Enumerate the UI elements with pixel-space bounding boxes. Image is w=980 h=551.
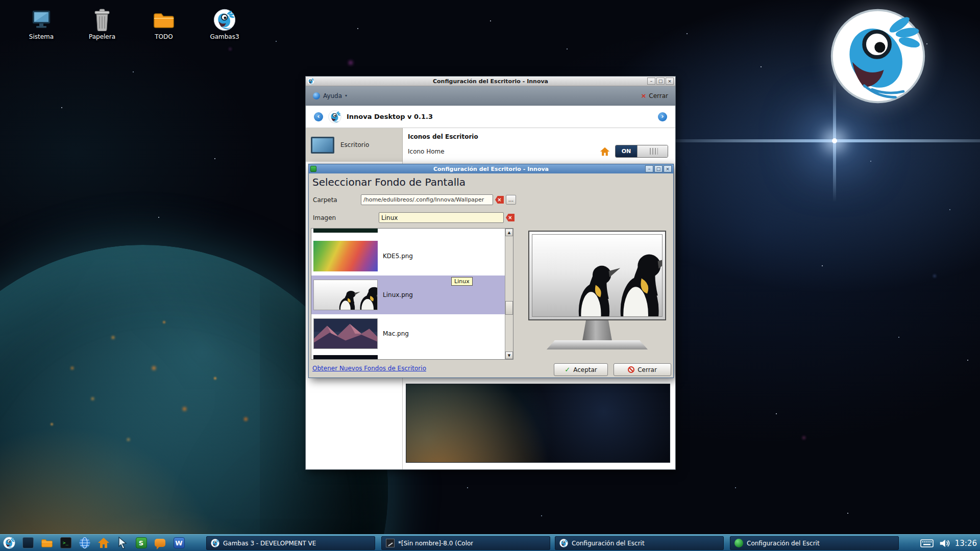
gambas-icon [559, 539, 568, 547]
dark-app-icon [22, 537, 34, 548]
wallpaper-dialog: Configuración del Escritorio - Innova – … [308, 164, 674, 378]
gambas-icon [328, 110, 341, 123]
launcher-writer-icon[interactable]: W [173, 537, 185, 549]
scrollbar-thumb[interactable] [505, 301, 513, 315]
system-tray: 13:26 [920, 535, 977, 551]
task-label: Configuración del Escrit [747, 540, 820, 547]
trash-icon [90, 8, 114, 32]
desktop-icon-label: TODO [139, 33, 188, 40]
chevron-down-icon: ▾ [345, 93, 347, 98]
desktop: Sistema Papelera TODO Gambas3 Configurac… [0, 0, 980, 551]
volume-icon[interactable] [939, 538, 950, 549]
wallpaper-thumbnail [313, 228, 378, 233]
list-scrollbar[interactable]: ▲ ▼ [505, 229, 513, 359]
menu-cerrar-label: Cerrar [649, 92, 668, 99]
settings-titlebar[interactable]: Configuración del Escritorio - Innova – … [306, 77, 675, 86]
icono-home-toggle[interactable]: ON [615, 145, 668, 158]
launcher-s-app-icon[interactable]: S [135, 537, 148, 549]
menu-ayuda-label: Ayuda [323, 92, 342, 99]
desktop-icon-label: Sistema [17, 33, 66, 40]
s-app-icon: S [136, 537, 147, 548]
task-button-sin-nombre[interactable]: *[Sin nombre]-8.0 (Color [381, 536, 550, 550]
home-icon [600, 146, 610, 157]
cerrar-button[interactable]: Cerrar [614, 363, 671, 376]
image-label: Imagen [313, 214, 379, 221]
desktop-icon-gambas3[interactable]: Gambas3 [200, 8, 249, 40]
task-label: Gambas 3 - DEVELOPMENT VE [223, 540, 316, 547]
close-button[interactable]: × [666, 78, 674, 85]
launcher-cursor-icon[interactable] [116, 537, 129, 549]
launcher-browser-icon[interactable] [78, 537, 91, 549]
folder-input[interactable] [361, 194, 493, 205]
monitor-frame [528, 231, 666, 320]
get-wallpapers-link[interactable]: Obtener Nuevos Fondos de Escritorio [312, 365, 426, 372]
task-label: *[Sin nombre]-8.0 (Color [398, 540, 473, 547]
desktop-icon-todo[interactable]: TODO [139, 8, 188, 40]
folder-label: Carpeta [313, 196, 361, 204]
start-button[interactable] [3, 537, 15, 549]
toggle-slider[interactable] [637, 145, 668, 157]
maximize-button[interactable]: □ [656, 78, 665, 85]
launcher-terminal-icon[interactable]: >_ [59, 537, 72, 549]
aceptar-label: Aceptar [573, 366, 597, 373]
desktop-icon-papelera[interactable]: Papelera [78, 8, 127, 40]
toggle-on-label: ON [616, 145, 637, 157]
list-item-kde5[interactable]: KDE5.png [311, 237, 505, 276]
clear-image-icon[interactable]: × [506, 214, 514, 221]
sidebar-item-escritorio[interactable]: Escritorio [306, 128, 403, 162]
settings-menubar: Ayuda ▾ × Cerrar [306, 86, 675, 106]
scroll-down-icon[interactable]: ▼ [505, 352, 513, 359]
monitor-base [547, 340, 648, 349]
dialog-titlebar[interactable]: Configuración del Escritorio - Innova – … [309, 164, 673, 173]
keyboard-icon[interactable] [920, 539, 934, 547]
close-icon: × [641, 92, 646, 99]
cancel-icon [628, 366, 634, 373]
settings-nav-header: ‹ Innova Desktop v 0.1.3 › [306, 106, 675, 128]
menu-ayuda[interactable]: Ayuda ▾ [313, 92, 347, 99]
clear-folder-icon[interactable]: × [495, 196, 504, 204]
icono-home-row: Icono Home ON [408, 145, 668, 158]
task-button-gambas3[interactable]: Gambas 3 - DEVELOPMENT VE [206, 536, 375, 550]
dialog-title: Configuración del Escritorio - Innova [309, 166, 673, 172]
back-button[interactable]: ‹ [314, 112, 323, 121]
launcher-folder-icon[interactable] [40, 537, 53, 549]
folder-icon [152, 8, 176, 32]
maximize-button[interactable]: □ [654, 165, 663, 172]
desktop-icon-label: Papelera [78, 33, 127, 40]
forward-button[interactable]: › [658, 112, 667, 121]
list-item-linux[interactable]: Linux.png [311, 276, 505, 314]
taskbar-launchers: >_ S W [0, 537, 189, 549]
task-label: Configuración del Escrit [572, 540, 645, 547]
launcher-chat-icon[interactable] [154, 537, 166, 549]
task-button-configuracion-2[interactable]: Configuración del Escrit [730, 536, 899, 550]
menu-cerrar[interactable]: × Cerrar [641, 92, 668, 99]
launcher-app-icon[interactable] [21, 537, 34, 549]
clock[interactable]: 13:26 [955, 539, 977, 548]
section-title: Iconos del Escritorio [408, 133, 668, 140]
page-title: Innova Desktop v 0.1.3 [347, 113, 433, 120]
wallpaper-list[interactable]: KDE5.png Linux.png [311, 228, 513, 360]
chat-bubble-icon [155, 539, 165, 547]
image-input[interactable] [379, 212, 504, 223]
taskbar: >_ S W Gambas 3 - DEVELOPMENT VE *[Sin n… [0, 534, 980, 551]
computer-icon [30, 8, 53, 32]
gambas-icon [211, 539, 219, 547]
aceptar-button[interactable]: ✓ Aceptar [554, 363, 608, 376]
flare-core [832, 138, 837, 143]
monitor-preview [528, 231, 666, 349]
wallpaper-list-items: KDE5.png Linux.png [311, 228, 505, 360]
close-button[interactable]: × [664, 165, 672, 172]
task-button-configuracion-1[interactable]: Configuración del Escrit [555, 536, 724, 550]
screen-thumbnail [311, 137, 334, 154]
browse-button[interactable]: ... [506, 195, 516, 205]
list-item-mac[interactable]: Mac.png [311, 314, 505, 353]
launcher-home-icon[interactable] [97, 537, 110, 549]
list-item-partial[interactable] [311, 353, 505, 360]
icono-home-label: Icono Home [408, 148, 445, 155]
desktop-icon-sistema[interactable]: Sistema [17, 8, 66, 40]
minimize-button[interactable]: – [647, 78, 655, 85]
scroll-up-icon[interactable]: ▲ [505, 229, 513, 236]
minimize-button[interactable]: – [645, 165, 653, 172]
list-item-partial[interactable] [311, 228, 505, 237]
terminal-icon: >_ [60, 537, 71, 548]
